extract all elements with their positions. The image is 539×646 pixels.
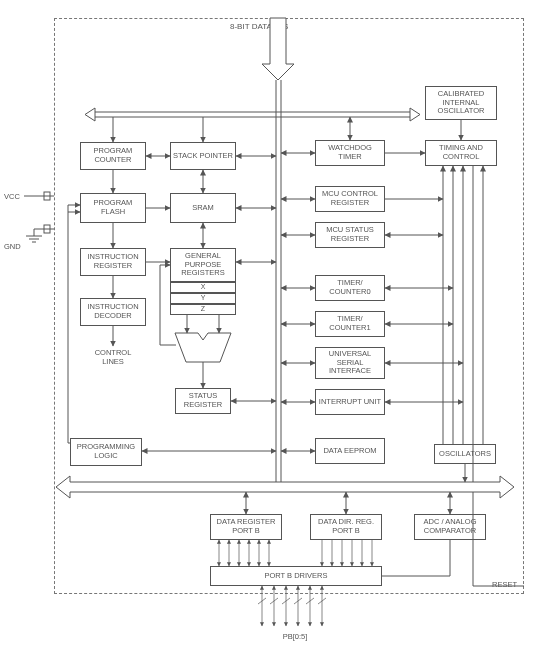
- gpr-x: X: [170, 282, 236, 293]
- mcu-status-register: MCU STATUS REGISTER: [315, 222, 385, 248]
- data-eeprom: DATA EEPROM: [315, 438, 385, 464]
- gpr-z: Z: [170, 304, 236, 315]
- timer-counter0: TIMER/ COUNTER0: [315, 275, 385, 301]
- universal-serial-interface: UNIVERSAL SERIAL INTERFACE: [315, 347, 385, 379]
- data-dir-reg-port-b: DATA DIR. REG. PORT B: [310, 514, 382, 540]
- svg-line-72: [306, 598, 314, 604]
- adc-analog-comparator: ADC / ANALOG COMPARATOR: [414, 514, 486, 540]
- svg-rect-75: [44, 192, 50, 200]
- data-register-port-b: DATA REGISTER PORT B: [210, 514, 282, 540]
- svg-line-69: [270, 598, 278, 604]
- svg-line-73: [318, 598, 326, 604]
- svg-rect-81: [44, 225, 50, 233]
- gpr-y: Y: [170, 293, 236, 304]
- vcc-label: VCC: [4, 192, 20, 201]
- stack-pointer: STACK POINTER: [170, 142, 236, 170]
- general-purpose-registers: GENERAL PURPOSE REGISTERS: [170, 248, 236, 282]
- program-flash: PROGRAM FLASH: [80, 193, 146, 223]
- interrupt-unit: INTERRUPT UNIT: [315, 389, 385, 415]
- reset-label: RESET: [492, 580, 517, 589]
- svg-line-68: [258, 598, 266, 604]
- instruction-decoder: INSTRUCTION DECODER: [80, 298, 146, 326]
- oscillators: OSCILLATORS: [434, 444, 496, 464]
- control-lines-label: CONTROL LINES: [87, 348, 139, 366]
- watchdog-timer: WATCHDOG TIMER: [315, 140, 385, 166]
- calibrated-internal-oscillator: CALIBRATED INTERNAL OSCILLATOR: [425, 86, 497, 120]
- sram: SRAM: [170, 193, 236, 223]
- timing-and-control: TIMING AND CONTROL: [425, 140, 497, 166]
- gnd-label: GND: [4, 242, 21, 251]
- svg-line-71: [294, 598, 302, 604]
- portb-pins-label: PB[0:5]: [270, 632, 320, 641]
- port-b-drivers: PORT B DRIVERS: [210, 566, 382, 586]
- instruction-register: INSTRUCTION REGISTER: [80, 248, 146, 276]
- programming-logic: PROGRAMMING LOGIC: [70, 438, 142, 466]
- timer-counter1: TIMER/ COUNTER1: [315, 311, 385, 337]
- alu-label: ALU: [193, 350, 213, 359]
- program-counter: PROGRAM COUNTER: [80, 142, 146, 170]
- mcu-control-register: MCU CONTROL REGISTER: [315, 186, 385, 212]
- svg-line-70: [282, 598, 290, 604]
- status-register: STATUS REGISTER: [175, 388, 231, 414]
- databus-label: 8-BIT DATABUS: [230, 22, 288, 31]
